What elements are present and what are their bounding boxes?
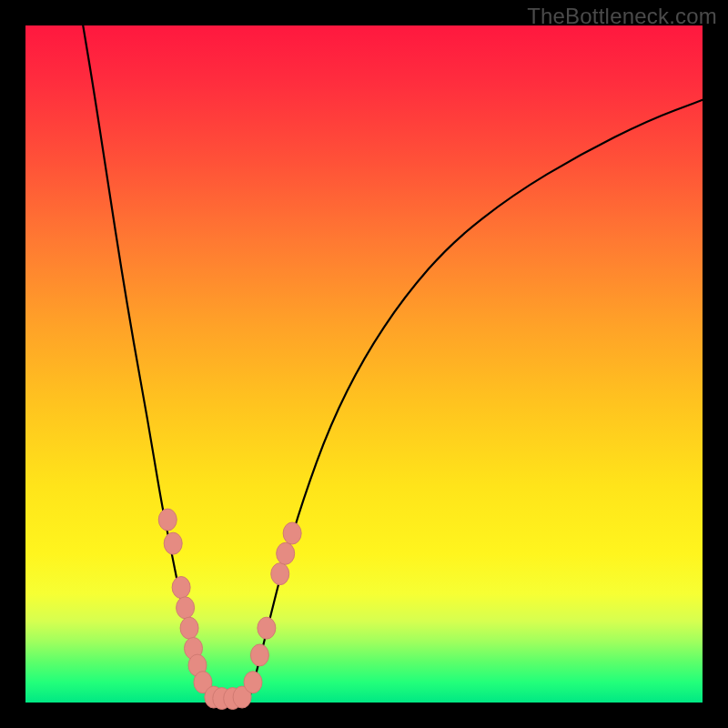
marker-point	[277, 542, 295, 564]
marker-point	[158, 509, 177, 531]
chart-svg	[25, 25, 703, 703]
marker-point	[250, 644, 268, 666]
marker-point	[177, 597, 195, 619]
marker-point	[271, 563, 289, 585]
marker-point	[258, 617, 276, 639]
marker-point	[164, 532, 182, 554]
plot-area	[25, 25, 703, 703]
marker-point	[244, 672, 262, 693]
marker-point	[283, 522, 301, 544]
curve-right-branch	[249, 100, 703, 699]
marker-point	[172, 577, 190, 599]
outer-frame: TheBottleneck.com	[0, 0, 728, 728]
marker-point	[180, 617, 198, 639]
marker-group	[158, 509, 301, 709]
